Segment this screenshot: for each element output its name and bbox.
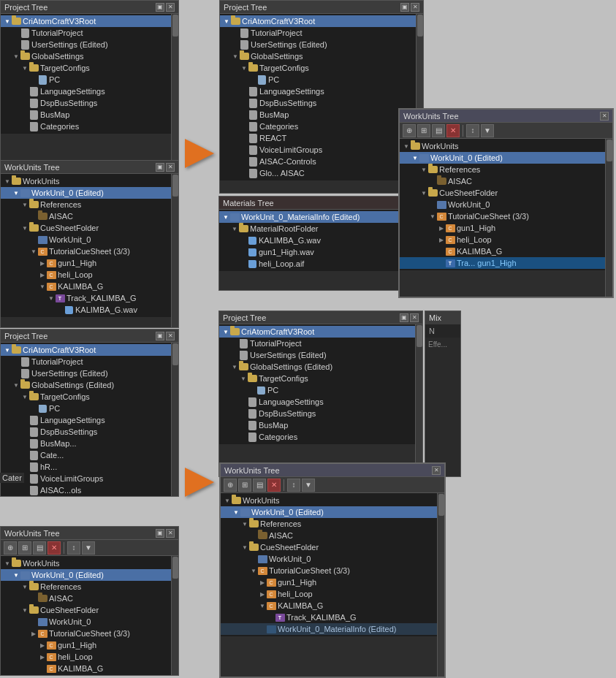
tree-row[interactable]: WorkUnit_0	[1, 234, 171, 245]
tree-row[interactable]: ▼ TargetConfigs	[220, 62, 416, 74]
tree-row[interactable]: LanguageSettings	[220, 85, 416, 97]
tree-row[interactable]: TutorialProject	[219, 338, 415, 349]
tree-row[interactable]: WorkUnit_0	[1, 616, 171, 628]
tree-row[interactable]: Categories	[1, 121, 171, 132]
tree-row[interactable]: ▼ TargetConfigs	[219, 373, 415, 384]
close-btn[interactable]: ✕	[166, 163, 175, 172]
pin-btn[interactable]: ▣	[156, 3, 164, 12]
tree-row[interactable]: AISAC	[221, 530, 437, 541]
tree-row[interactable]: DspBusSettings	[219, 408, 415, 419]
tree-row[interactable]: ▼ C KALIMBA_G	[221, 600, 437, 612]
tree-row[interactable]: LanguageSettings	[219, 396, 415, 408]
add-btn[interactable]: ⊕	[224, 479, 237, 492]
tree-row[interactable]: ▼ CueSheetFolder	[1, 222, 171, 234]
scrollbar[interactable]	[605, 139, 612, 297]
tree-row[interactable]: gun1_High.wav	[219, 246, 422, 258]
tree-row[interactable]: PC	[220, 74, 416, 85]
tree-row[interactable]: ▼ References	[1, 199, 171, 210]
tree-row[interactable]: ▼ WorkUnit_0_MaterialInfo (Edited)	[219, 211, 422, 223]
tree-row[interactable]: T Track_KALIMBA_G	[221, 612, 437, 623]
scroll-thumb[interactable]	[607, 140, 612, 161]
folder-btn[interactable]: ▤	[33, 541, 46, 555]
tree-row[interactable]: ▼ GlobalSettings (Edited)	[219, 361, 415, 373]
tree-row[interactable]: ▼ TargetConfigs	[1, 62, 171, 74]
tree-row[interactable]: ▶ C heli_Loop	[1, 651, 171, 663]
sort2-btn[interactable]: ▼	[302, 479, 315, 492]
tree-row[interactable]: BusMap	[220, 109, 416, 121]
link-btn[interactable]: ⊞	[417, 124, 430, 137]
panel-controls[interactable]: ▣ ✕	[156, 163, 175, 172]
scroll-thumb[interactable]	[438, 494, 444, 516]
tree-row[interactable]: ▼ CueSheetFolder	[221, 541, 437, 553]
tree-row[interactable]: ▼ C TutorialCueSheet (3/3)	[1, 245, 171, 257]
pin-btn[interactable]: ▣	[156, 529, 164, 538]
tree-row[interactable]: ▼ WorkUnit_0 (Edited)	[1, 569, 171, 581]
tree-row[interactable]: ▼ T Track_KALIMBA_G	[1, 292, 171, 304]
tree-row[interactable]: ▼ WorkUnits	[400, 140, 605, 152]
tree-row[interactable]: DspBusSettings	[220, 97, 416, 109]
pin-btn[interactable]: ▣	[400, 3, 409, 12]
tree-row[interactable]: ▶ C gun1_High	[221, 576, 437, 588]
tree-row[interactable]: Categories	[219, 431, 415, 443]
folder-btn[interactable]: ▤	[253, 479, 266, 492]
add-btn[interactable]: ⊕	[403, 124, 416, 137]
close-btn[interactable]: ✕	[411, 3, 419, 12]
tree-row[interactable]: REACT	[220, 132, 416, 144]
tree-row[interactable]: DspBusSettings	[1, 97, 171, 109]
delete-btn[interactable]: ✕	[446, 124, 460, 137]
tree-row[interactable]: WorkUnit_0	[400, 199, 605, 210]
add-btn[interactable]: ⊕	[4, 541, 17, 555]
tree-row[interactable]: UserSettings (Edited)	[219, 349, 415, 361]
tree-row[interactable]: ▼ CueSheetFolder	[400, 187, 605, 199]
tree-row[interactable]: C KALIMBA_G	[1, 663, 171, 674]
tree-row[interactable]: DspBusSettings	[1, 426, 171, 438]
tree-row[interactable]: ▼ WorkUnits	[1, 175, 171, 187]
tree-row[interactable]: VoiceLimitGroups	[220, 144, 416, 156]
link-btn[interactable]: ⊞	[238, 479, 251, 492]
tree-row[interactable]: UserSettings (Edited)	[1, 367, 171, 379]
tree-row[interactable]: ▼ References	[221, 518, 437, 530]
tree-row[interactable]: ▶ C heli_Loop	[221, 588, 437, 600]
scroll-thumb[interactable]	[172, 15, 178, 37]
panel-controls[interactable]: ✕	[600, 112, 609, 121]
link-btn[interactable]: ⊞	[18, 541, 31, 555]
scroll-thumb[interactable]	[417, 325, 422, 347]
sort-btn[interactable]: ↕	[67, 541, 80, 555]
tree-row[interactable]: ▼ C KALIMBA_G	[1, 281, 171, 292]
tree-row[interactable]: ▼ WorkUnit_0 (Edited)	[1, 187, 171, 199]
tree-row[interactable]: PC	[1, 403, 171, 414]
tree-row[interactable]: ▶ C heli_Loop	[400, 234, 605, 245]
tree-row[interactable]: ▼ MaterialRootFolder	[219, 223, 422, 235]
tree-row[interactable]: TutorialProject	[1, 27, 171, 39]
panel-controls[interactable]: ▣ ✕	[400, 3, 419, 12]
delete-btn[interactable]: ✕	[47, 541, 61, 555]
scroll-thumb[interactable]	[172, 557, 178, 579]
tree-row[interactable]: heli_Loop.aif	[219, 258, 422, 270]
tree-row[interactable]: PC	[1, 74, 171, 85]
tree-row[interactable]: ▶ C gun1_High	[1, 639, 171, 651]
tree-row[interactable]: AISAC	[1, 210, 171, 222]
tree-row[interactable]: ▼ WorkUnit_0 (Edited)	[221, 506, 437, 518]
tree-row[interactable]: ▼ CriAtomCraftV3Root	[1, 15, 171, 27]
tree-row[interactable]: ▼ CriAtomCraftV3Root	[220, 15, 416, 27]
tree-row[interactable]: BusMap	[1, 109, 171, 121]
scrollbar[interactable]	[437, 493, 444, 677]
tree-row[interactable]: Categories	[220, 121, 416, 132]
tree-row[interactable]: AISAC	[400, 175, 605, 187]
tree-row[interactable]: LanguageSettings	[1, 414, 171, 426]
tree-row[interactable]: AISAC...ols	[1, 484, 171, 496]
tree-row[interactable]: KALIMBA_G.wav	[219, 235, 422, 246]
close-btn[interactable]: ✕	[166, 3, 175, 12]
tree-row[interactable]: ▶ C gun1_High	[400, 222, 605, 234]
tree-row[interactable]: WorkUnit_0	[221, 553, 437, 565]
tree-row[interactable]: ▼ References	[1, 581, 171, 593]
scrollbar[interactable]	[171, 343, 178, 496]
tree-row[interactable]: TutorialProject	[220, 27, 416, 39]
tree-row[interactable]: ▼ TargetConfigs	[1, 391, 171, 403]
panel-controls[interactable]: ✕	[432, 466, 441, 475]
close-btn[interactable]: ✕	[166, 332, 175, 340]
tree-row[interactable]: ▼ C TutorialCueSheet (3/3)	[400, 210, 605, 222]
delete-btn[interactable]: ✕	[267, 479, 281, 492]
tree-row[interactable]: ▼ C TutorialCueSheet (3/3)	[221, 565, 437, 576]
tree-row[interactable]: ▼ CriAtomCraftV3Root	[1, 344, 171, 356]
